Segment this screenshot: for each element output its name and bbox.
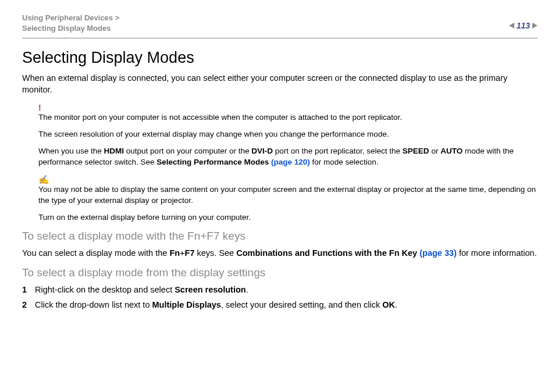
t: . bbox=[246, 285, 248, 294]
breadcrumb: Using Peripheral Devices > Selecting Dis… bbox=[22, 13, 119, 33]
next-page-icon[interactable] bbox=[532, 23, 538, 28]
page-title: Selecting Display Modes bbox=[22, 49, 538, 67]
note-icon: ✍ bbox=[38, 175, 538, 184]
page-navigator: 113 bbox=[509, 13, 538, 30]
page-header: Using Peripheral Devices > Selecting Dis… bbox=[0, 0, 555, 38]
t: output port on your computer or the bbox=[124, 147, 251, 155]
page-content: Selecting Display Modes When an external… bbox=[0, 38, 555, 311]
info-p2: Turn on the external display before turn… bbox=[38, 212, 538, 223]
perf-modes-link[interactable]: (page 120) bbox=[271, 158, 310, 166]
screen-resolution-label: Screen resolution bbox=[175, 285, 246, 294]
fn-combos-link-label: Combinations and Functions with the Fn K… bbox=[236, 248, 419, 258]
warning-p2: The screen resolution of your external d… bbox=[38, 129, 538, 140]
prev-page-icon[interactable] bbox=[509, 23, 514, 28]
t: for more information. bbox=[457, 248, 537, 258]
step-number: 2 bbox=[22, 299, 35, 312]
step-text: Click the drop-down list next to Multipl… bbox=[35, 299, 397, 312]
ok-label: OK bbox=[382, 300, 395, 309]
section-fn-text: You can select a display mode with the F… bbox=[22, 247, 538, 259]
t: Click the drop-down list next to bbox=[35, 300, 152, 309]
steps-list: 1 Right-click on the desktop and select … bbox=[22, 284, 538, 312]
t: Right-click on the desktop and select bbox=[35, 285, 175, 294]
multiple-displays-label: Multiple Displays bbox=[152, 300, 220, 309]
dvid-label: DVI-D bbox=[251, 147, 273, 155]
t: , select your desired setting, and then … bbox=[221, 300, 382, 309]
t: or bbox=[429, 147, 441, 155]
fn-key-label: Fn bbox=[169, 248, 180, 258]
info-p1: You may not be able to display the same … bbox=[38, 184, 538, 206]
t: When you use the bbox=[38, 147, 104, 155]
warning-icon: ! bbox=[38, 104, 538, 112]
step-number: 1 bbox=[22, 284, 35, 297]
step-1: 1 Right-click on the desktop and select … bbox=[22, 284, 538, 297]
intro-text: When an external display is connected, y… bbox=[22, 73, 538, 95]
step-2: 2 Click the drop-down list next to Multi… bbox=[22, 299, 538, 312]
warning-note: ! The monitor port on your computer is n… bbox=[38, 104, 538, 168]
warning-p1: The monitor port on your computer is not… bbox=[38, 112, 538, 123]
t: + bbox=[180, 248, 184, 258]
step-text: Right-click on the desktop and select Sc… bbox=[35, 284, 248, 297]
t: You can select a display mode with the bbox=[22, 248, 169, 258]
f7-key-label: F7 bbox=[185, 248, 195, 258]
t: port on the port replicator, select the bbox=[273, 147, 403, 155]
section-fn-heading: To select a display mode with the Fn+F7 … bbox=[22, 230, 538, 243]
perf-modes-link-label: Selecting Performance Modes bbox=[156, 158, 271, 166]
t: for mode selection. bbox=[310, 158, 379, 166]
breadcrumb-bottom: Selecting Display Modes bbox=[22, 24, 111, 33]
section-settings-heading: To select a display mode from the displa… bbox=[22, 266, 538, 279]
t: . bbox=[395, 300, 397, 309]
fn-combos-link[interactable]: (page 33) bbox=[419, 248, 457, 258]
speed-label: SPEED bbox=[403, 147, 429, 155]
t: keys. See bbox=[194, 248, 236, 258]
info-note: ✍ You may not be able to display the sam… bbox=[38, 175, 538, 223]
breadcrumb-top: Using Peripheral Devices bbox=[22, 13, 113, 22]
warning-p3: When you use the HDMI output port on you… bbox=[38, 146, 538, 168]
hdmi-label: HDMI bbox=[104, 147, 124, 155]
breadcrumb-sep: > bbox=[115, 13, 120, 22]
page-number: 113 bbox=[517, 21, 530, 30]
auto-label: AUTO bbox=[440, 147, 462, 155]
